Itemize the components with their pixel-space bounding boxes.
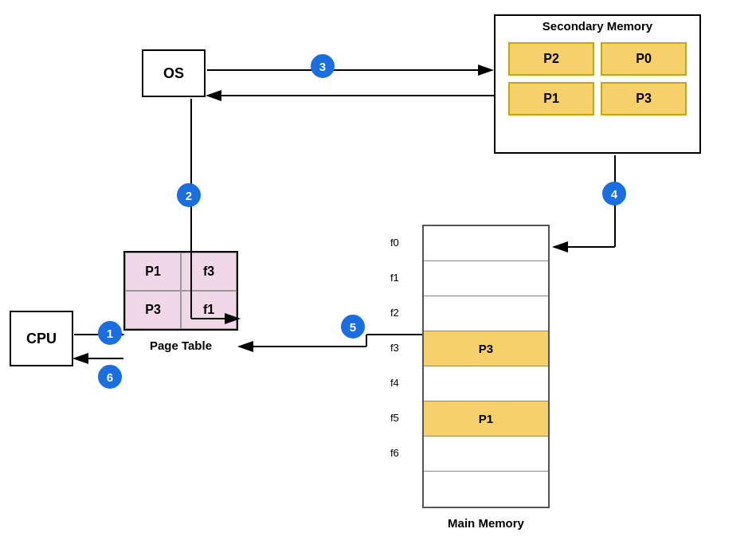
badge-2: 2 xyxy=(177,183,201,207)
mm-row-f3: P3 xyxy=(424,331,548,366)
sm-cell-p3: P3 xyxy=(601,82,687,116)
secondary-memory-title: Secondary Memory xyxy=(496,16,699,37)
pt-cell-f3: f3 xyxy=(181,253,237,291)
secondary-memory-grid: P2 P0 P1 P3 xyxy=(496,37,699,123)
frame-label-empty xyxy=(390,470,404,505)
mm-cell-f0 xyxy=(424,226,548,260)
sm-cell-p0: P0 xyxy=(601,42,687,76)
mm-cell-f6 xyxy=(424,437,548,471)
secondary-memory-box: Secondary Memory P2 P0 P1 P3 xyxy=(494,14,701,154)
badge-5: 5 xyxy=(341,315,365,339)
mm-row-f4 xyxy=(424,366,548,401)
frame-label-f1: f1 xyxy=(390,260,404,295)
mm-cell-f4 xyxy=(424,366,548,401)
mm-row-f6 xyxy=(424,437,548,472)
mm-cell-f3-content: P3 xyxy=(424,331,548,366)
page-table-container: P1 f3 P3 f1 Page Table xyxy=(123,251,238,352)
os-box: OS xyxy=(142,49,206,97)
badge-1: 1 xyxy=(98,321,122,345)
badge-6: 6 xyxy=(98,365,122,389)
badge-4: 4 xyxy=(602,182,626,206)
pt-cell-f1: f1 xyxy=(181,291,237,329)
frame-label-f5: f5 xyxy=(390,400,404,435)
frame-label-f4: f4 xyxy=(390,365,404,400)
os-label: OS xyxy=(163,65,184,82)
mm-row-extra xyxy=(424,472,548,507)
frame-labels: f0 f1 f2 f3 f4 f5 f6 xyxy=(390,225,404,505)
badge-3: 3 xyxy=(311,54,335,78)
page-table-grid: P1 f3 P3 f1 xyxy=(123,251,238,331)
frame-label-f3: f3 xyxy=(390,330,404,365)
mm-row-f1 xyxy=(424,261,548,296)
pt-cell-p3: P3 xyxy=(125,291,181,329)
mm-row-f5: P1 xyxy=(424,401,548,437)
mm-row-f2 xyxy=(424,296,548,331)
main-memory-rows: P3 P1 xyxy=(422,225,550,508)
main-memory-container: P3 P1 Main Memory xyxy=(422,225,550,530)
mm-row-f0 xyxy=(424,226,548,261)
frame-label-f6: f6 xyxy=(390,435,404,470)
frame-label-f0: f0 xyxy=(390,225,404,260)
cpu-box: CPU xyxy=(10,311,73,366)
page-table-label: Page Table xyxy=(150,339,212,352)
frame-label-f2: f2 xyxy=(390,295,404,330)
mm-cell-f2 xyxy=(424,296,548,331)
cpu-label: CPU xyxy=(26,331,57,347)
pt-cell-p1: P1 xyxy=(125,253,181,291)
sm-cell-p2: P2 xyxy=(508,42,594,76)
sm-cell-p1: P1 xyxy=(508,82,594,116)
diagram-container: Secondary Memory P2 P0 P1 P3 OS CPU P1 f… xyxy=(0,0,756,560)
mm-cell-f1 xyxy=(424,261,548,296)
main-memory-label: Main Memory xyxy=(448,516,524,530)
mm-cell-f5-content: P1 xyxy=(424,401,548,436)
mm-cell-extra xyxy=(424,472,548,507)
